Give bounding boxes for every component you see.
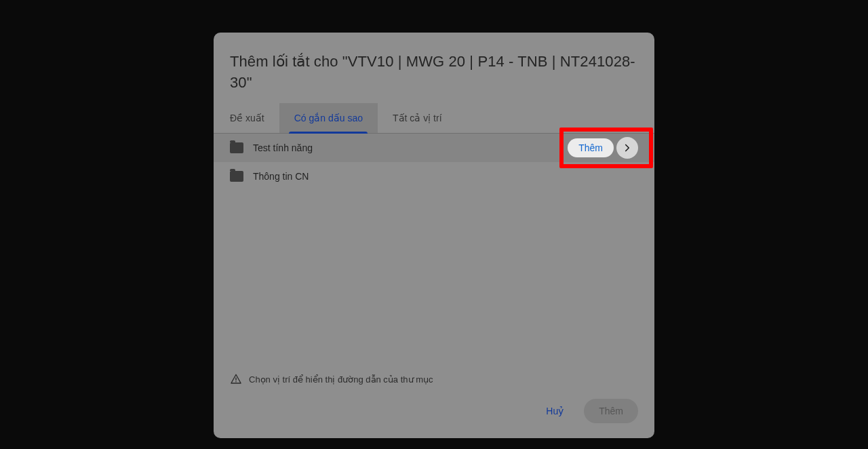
chevron-right-icon [621, 142, 633, 154]
cancel-button[interactable]: Huỷ [538, 399, 572, 423]
navigate-into-button[interactable] [616, 137, 638, 159]
folder-list: Test tính năng Thêm Thông tin CN [214, 134, 654, 373]
tabs: Đề xuất Có gắn dấu sao Tất cả vị trí [214, 103, 654, 134]
svg-point-1 [235, 381, 237, 383]
tab-suggested[interactable]: Đề xuất [230, 103, 279, 133]
add-here-button[interactable]: Thêm [568, 138, 614, 157]
confirm-button: Thêm [584, 399, 638, 423]
row-actions: Thêm [568, 137, 638, 159]
tab-all-locations[interactable]: Tất cả vị trí [378, 103, 457, 133]
dialog-title: Thêm lối tắt cho "VTV10 | MWG 20 | P14 -… [230, 52, 638, 94]
folder-icon [230, 171, 243, 182]
folder-row[interactable]: Test tính năng Thêm [214, 134, 654, 162]
shortcut-dialog: Thêm lối tắt cho "VTV10 | MWG 20 | P14 -… [214, 33, 654, 438]
folder-name: Thông tin CN [253, 171, 638, 182]
folder-icon [230, 142, 243, 153]
folder-row[interactable]: Thông tin CN [214, 162, 654, 191]
hint-text: Chọn vị trí để hiển thị đường dẫn của th… [249, 374, 433, 385]
modal-overlay: Thêm lối tắt cho "VTV10 | MWG 20 | P14 -… [0, 0, 868, 449]
alert-triangle-icon [230, 373, 242, 385]
footer-hint: Chọn vị trí để hiển thị đường dẫn của th… [214, 373, 654, 385]
folder-name: Test tính năng [253, 142, 568, 153]
dialog-footer: Huỷ Thêm [214, 399, 654, 438]
dialog-header: Thêm lối tắt cho "VTV10 | MWG 20 | P14 -… [214, 33, 654, 94]
tab-starred[interactable]: Có gắn dấu sao [279, 103, 378, 133]
